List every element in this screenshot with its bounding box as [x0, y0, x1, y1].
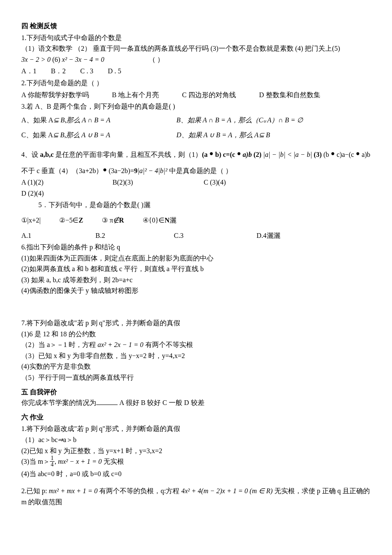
q4-opt-a: A (1)(2): [21, 177, 98, 188]
q5-i4a: ④{0}∈: [143, 217, 164, 224]
q4-l2c: 中是真命题的是（ ）: [167, 167, 232, 174]
q5-opt-d: D.4灑灑: [257, 232, 280, 239]
section-6-title: 六 作业: [21, 412, 371, 423]
q1-exprs: 3x − 2 > 0 (6) x² − 3x − 4 = 0 （ ）: [21, 54, 371, 65]
q5-i2b: Z: [78, 217, 83, 224]
s6-q1-i3c: 无实根: [102, 458, 124, 465]
q7-i2: （2）当 a＞－1 时，方程 ax² + 2x − 1 = 0 有两个不等实根: [21, 339, 371, 350]
q2-opt-a: A 你能帮我学好数学吗: [21, 91, 89, 98]
frac-num: 1: [50, 455, 55, 462]
q5-i4: ④{0}∈N灑: [143, 217, 176, 224]
q4-stem-b: 是任意的平面非零向量，且相互不共线，则（1）: [54, 151, 202, 158]
s6-q1-i3a: (3)当 m＞: [21, 458, 50, 465]
q3-a-sub: ⊆ B: [53, 116, 65, 124]
s6-q1-i1b: a＞b: [63, 436, 76, 443]
q5-i2a: ②−5∈: [59, 217, 78, 224]
q2-stem: 2.下列语句是命题的是（ ）: [21, 78, 371, 89]
q4-b2: (a: [202, 151, 209, 158]
q6-i2: (2)如果两条直线 a 和 b 都和直线 c 平行，则直线 a 平行直线 b: [21, 263, 371, 275]
q4-opt-c: C (3)(4): [204, 177, 280, 188]
q3-stem: 3.若 A、B 是两个集合，则下列命题中的真命题是( ): [21, 101, 371, 112]
q6-i1: (1)如果四面体为正四面体，则定点在底面上的射影为底面的中心: [21, 253, 371, 264]
q6-i3: (3) 如果 a, b,c 成等差数列，则 2b=a+c: [21, 275, 371, 286]
q7: 7.将下列命题改成"若 p 则 q"形式，并判断命题的真假 (1)6 是 12 …: [21, 318, 371, 383]
q3-b-cu: Cᵤ A: [259, 116, 271, 124]
q5-i3: ③ π∉R: [102, 217, 124, 224]
s6-q1-stem: 1.将下列命题改成"若 p 则 q"形式，并判断命题的真假: [21, 423, 371, 434]
q3-c-sub: ⊆ B: [53, 131, 64, 139]
q7-stem: 7.将下列命题改成"若 p 则 q"形式，并判断命题的真假: [21, 318, 371, 329]
q7-i4: (4)实数的平方是非负数: [21, 361, 371, 372]
q2: 2.下列语句是命题的是（ ） A 你能帮我学好数学吗 B 地上有个月亮 C 四边…: [21, 78, 371, 100]
q7-i2a: （2）当 a＞－1 时，方程: [21, 341, 98, 348]
s5-blank: [96, 405, 118, 405]
q2-opt-b: B 地上有个月亮: [112, 91, 159, 98]
q4-dot2: ●: [237, 150, 241, 157]
q2-opt-d: D 整数集和自然数集: [259, 91, 320, 98]
q4-dot3: ●: [331, 150, 335, 157]
q5-items: ①|x+2| ②−5∈Z ③ π∉R ④{0}∈N灑: [21, 215, 371, 226]
q7-i3: （3）已知 x 和 y 为非零自然数，当 y−x=2 时，y=4,x=2: [21, 350, 371, 361]
q4-p3: (b: [323, 151, 331, 158]
q4-line1: 4、设 a,b,c 是任意的平面非零向量，且相互不共线，则（1）(a ● b) …: [21, 149, 371, 160]
q4-p3b: c)a−(c: [335, 151, 356, 158]
q1-opt-b: B．2: [51, 67, 66, 75]
s5-text-b: A 很好 B 较好 C 一般 D 较差: [118, 399, 205, 406]
q5-opt-a: A.1: [21, 230, 81, 241]
q4-bold1: a,b,c: [40, 151, 54, 158]
q1-options: A．1 B．2 C . 3 D . 5: [21, 66, 371, 77]
q3-b-pre: B、如果 A ∩ B = A，那么（: [176, 116, 259, 124]
q6-stem: 6.指出下列命题的条件 p 和结论 q: [21, 242, 371, 253]
q2-opt-c: C 四边形的对角线: [182, 91, 236, 98]
q5-opt-c: C.3: [174, 230, 242, 241]
s6-q1-arrow: ⇒: [58, 436, 63, 443]
q1-stem: 1.下列语句或式子中命题的个数是: [21, 32, 371, 43]
section-5-title: 五 自我评价: [21, 387, 371, 398]
s6-q1: 1.将下列命题改成"若 p 则 q"形式，并判断命题的真假 （1）ac＞bc⇒a…: [21, 423, 371, 479]
q1-opt-a: A．1: [21, 67, 37, 75]
q4-line2: 不于 c 垂直（4）（3a+2b）● (3a−2b)=9|a|² − 4|b|²…: [21, 165, 371, 176]
q4-expr2: |a| − |b| < |a − b|: [263, 151, 312, 158]
q7-i1: (1)6 是 12 和 18 的公约数: [21, 329, 371, 340]
q5-i2: ②−5∈Z: [59, 217, 83, 224]
s5-line: 你完成本节学案的情况为 A 很好 B 较好 C 一般 D 较差: [21, 397, 371, 408]
q5-i3b: R: [119, 217, 124, 224]
s6-q2-b: 有两个不等的负根，q:方程: [98, 487, 181, 494]
s6-q2-expr1: mx² + mx + 1 = 0: [49, 487, 98, 494]
q6-i4: (4)偶函数的图像关于 y 轴成轴对称图形: [21, 285, 371, 296]
q3-a-post: ,那么 A ∩ B = A: [65, 116, 110, 124]
q1-expr-b: x² − 3x − 4 = 0: [62, 56, 104, 63]
q1-opt-c: C . 3: [80, 67, 93, 75]
q4-dot1: ●: [209, 150, 213, 157]
s6-q1-i3expr: mx² − x + 1 = 0: [58, 458, 102, 465]
s6-q1-i1: （1）ac＞bc⇒a＞b: [21, 434, 371, 445]
q5-opt-b: B.2: [95, 230, 159, 241]
q5-i3a: ③ π: [102, 217, 113, 224]
q1-items: （1）语文和数学 （2） 垂直于同一条直线的两条直线必平行吗 (3)一个数不是合…: [21, 43, 371, 54]
q4-b4: a)b: [241, 151, 252, 158]
q5: 5．下列语句中，是命题的个数是( )灑 ①|x+2| ②−5∈Z ③ π∉R ④…: [21, 199, 371, 241]
s5-text-a: 你完成本节学案的情况为: [21, 399, 96, 406]
s6-q1-i3b: ,: [55, 458, 58, 465]
s6-q2-expr2: 4x² + 4(m − 2)x + 1 = 0 (m ∈ R): [181, 487, 272, 494]
q4-b9: 9: [134, 167, 138, 174]
q4-l2b: (3a−2b)=: [107, 167, 134, 174]
q3: 3.若 A、B 是两个集合，则下列命题中的真命题是( ) A、如果 A⊆ B,那…: [21, 101, 371, 141]
q5-i4b: N: [164, 217, 170, 224]
q3-d-pre: D、如果 A ∪ B = A，那么 A: [176, 131, 259, 139]
s6-q1-i1a: （1）ac＞bc: [21, 436, 58, 443]
q5-i1: ①|x+2|: [21, 217, 40, 224]
q3-opt-c: C、如果 A⊆ B,那么 A ∪ B = A: [21, 130, 175, 141]
q5-i3sym: ∉: [113, 217, 119, 224]
q7-i5: （5）平行于同一直线的两条直线平行: [21, 372, 371, 383]
q1-mid: (6): [52, 56, 61, 63]
q3-c-pre: C、如果 A: [21, 131, 53, 139]
q1-expr-a: 3x − 2 > 0: [21, 56, 51, 63]
q4-expr4: |a|² − 4|b|²: [138, 167, 167, 174]
q4-p3c: a)b: [360, 151, 370, 158]
q3-row2: C、如果 A⊆ B,那么 A ∪ B = A D、如果 A ∪ B = A，那么…: [21, 130, 371, 141]
q1-opt-d: D . 5: [108, 67, 121, 75]
q4-stem-a: 4、设: [21, 151, 40, 158]
s6-q2-a: 2.已知 p:: [21, 487, 49, 494]
q3-opt-d: D、如果 A ∪ B = A，那么 A⊆ B: [176, 131, 270, 139]
